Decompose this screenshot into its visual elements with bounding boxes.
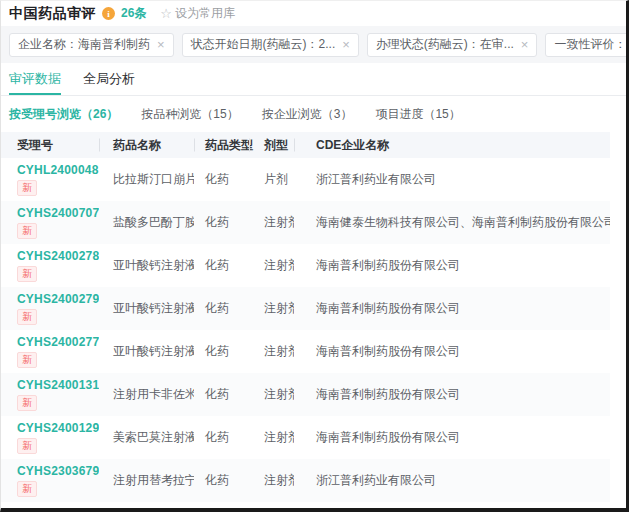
table-row[interactable]: CYHS2400131 新 注射用卡非佐米 化药 注射剂 海南普利制药股份有限公… bbox=[1, 373, 610, 416]
company-cell: 海南普利制药股份有限公司 bbox=[294, 300, 610, 317]
star-icon: ☆ bbox=[160, 7, 172, 20]
dosage-form-cell: 注射剂 bbox=[249, 429, 294, 446]
acceptance-no-link[interactable]: CYHS2400131 bbox=[17, 378, 99, 392]
acceptance-no-link[interactable]: CYHS2303679 bbox=[17, 464, 99, 478]
page-title: 中国药品审评 bbox=[9, 5, 96, 23]
acceptance-no-cell: CYHS2400277 新 bbox=[1, 335, 99, 368]
acceptance-no-link[interactable]: CYHS2400129 bbox=[17, 421, 99, 435]
filter-chip-label: 状态开始日期(药融云)：2... bbox=[191, 36, 336, 53]
new-badge: 新 bbox=[17, 481, 37, 497]
company-cell: 海南普利制药股份有限公司 bbox=[294, 343, 610, 360]
company-cell: 浙江普利药业有限公司 bbox=[294, 472, 610, 489]
sub-tabs: 按受理号浏览（26） 按品种浏览（15） 按企业浏览（3） 项目进度（15） bbox=[1, 96, 626, 132]
acceptance-no-cell: CYHL2400048 新 bbox=[1, 163, 99, 196]
drug-type-cell: 化药 bbox=[194, 386, 249, 403]
dosage-form-cell: 注射剂 bbox=[249, 214, 294, 231]
company-cell: 海南普利制药股份有限公司 bbox=[294, 386, 610, 403]
acceptance-no-link[interactable]: CYHS2400707 bbox=[17, 206, 99, 220]
table-row[interactable]: CYHS2400277 新 亚叶酸钙注射液 化药 注射剂 海南普利制药股份有限公… bbox=[1, 330, 610, 373]
table-row[interactable]: CYHS2400129 新 美索巴莫注射液 化药 注射剂 海南普利制药股份有限公… bbox=[1, 416, 610, 459]
company-cell: 海南普利制药股份有限公司 bbox=[294, 429, 610, 446]
table-row[interactable]: CYHS2303679 新 注射用替考拉宁 化药 注射剂 浙江普利药业有限公司 bbox=[1, 459, 610, 502]
drug-type-cell: 化药 bbox=[194, 257, 249, 274]
table-row[interactable]: CYHS2400278 新 亚叶酸钙注射液 化药 注射剂 海南普利制药股份有限公… bbox=[1, 244, 610, 287]
acceptance-no-cell: CYHS2400707 新 bbox=[1, 206, 99, 239]
drug-name-cell: 注射用卡非佐米 bbox=[99, 386, 194, 403]
close-icon[interactable]: × bbox=[157, 38, 165, 51]
dosage-form-cell: 注射剂 bbox=[249, 472, 294, 489]
acceptance-no-cell: CYHS2303679 新 bbox=[1, 464, 99, 497]
drug-name-cell: 注射用替考拉宁 bbox=[99, 472, 194, 489]
close-icon[interactable]: × bbox=[342, 38, 350, 51]
main-tabs: 审评数据 全局分析 bbox=[1, 63, 626, 96]
result-count-badge: 26条 bbox=[121, 5, 146, 22]
table-body: CYHL2400048 新 比拉斯汀口崩片 化药 片剂 浙江普利药业有限公司 C… bbox=[1, 158, 610, 502]
drug-type-cell: 化药 bbox=[194, 171, 249, 188]
filter-chip-label: 企业名称：海南普利制药 bbox=[18, 36, 150, 53]
tab-review-data[interactable]: 审评数据 bbox=[9, 63, 61, 95]
filter-chip-label: 办理状态(药融云)：在审... bbox=[376, 36, 514, 53]
acceptance-no-cell: CYHS2400131 新 bbox=[1, 378, 99, 411]
results-table: 受理号 药品名称 药品类型 剂型 CDE企业名称 CYHL2400048 新 比… bbox=[1, 132, 610, 502]
column-header-acceptance-no: 受理号 bbox=[1, 137, 99, 154]
table-row[interactable]: CYHS2400707 新 盐酸多巴酚丁胺注... 化药 注射剂 海南健泰生物科… bbox=[1, 201, 610, 244]
column-header-cde-company: CDE企业名称 bbox=[294, 137, 610, 154]
column-header-dosage-form: 剂型 bbox=[249, 137, 294, 154]
acceptance-no-cell: CYHS2400279 新 bbox=[1, 292, 99, 325]
acceptance-no-link[interactable]: CYHS2400279 bbox=[17, 292, 99, 306]
company-cell: 浙江普利药业有限公司 bbox=[294, 171, 610, 188]
subtab-by-company[interactable]: 按企业浏览（3） bbox=[262, 106, 353, 123]
dosage-form-cell: 片剂 bbox=[249, 171, 294, 188]
close-icon[interactable]: × bbox=[521, 38, 529, 51]
new-badge: 新 bbox=[17, 352, 37, 368]
set-favorite-label: 设为常用库 bbox=[175, 5, 235, 22]
filter-chip-consistency[interactable]: 一致性评价：新注册分类... × bbox=[545, 33, 629, 57]
new-badge: 新 bbox=[17, 180, 37, 196]
dosage-form-cell: 注射剂 bbox=[249, 386, 294, 403]
filter-chip-company[interactable]: 企业名称：海南普利制药 × bbox=[9, 33, 174, 57]
filter-chip-status[interactable]: 办理状态(药融云)：在审... × bbox=[367, 33, 538, 57]
new-badge: 新 bbox=[17, 438, 37, 454]
table-row[interactable]: CYHS2400279 新 亚叶酸钙注射液 化药 注射剂 海南普利制药股份有限公… bbox=[1, 287, 610, 330]
filter-chip-start-date[interactable]: 状态开始日期(药融云)：2... × bbox=[182, 33, 359, 57]
subtab-by-variety[interactable]: 按品种浏览（15） bbox=[141, 106, 238, 123]
dosage-form-cell: 注射剂 bbox=[249, 300, 294, 317]
drug-type-cell: 化药 bbox=[194, 429, 249, 446]
tab-global-analysis[interactable]: 全局分析 bbox=[83, 63, 135, 95]
acceptance-no-link[interactable]: CYHS2400277 bbox=[17, 335, 99, 349]
drug-name-cell: 亚叶酸钙注射液 bbox=[99, 343, 194, 360]
table-row[interactable]: CYHL2400048 新 比拉斯汀口崩片 化药 片剂 浙江普利药业有限公司 bbox=[1, 158, 610, 201]
subtab-by-acceptance-no[interactable]: 按受理号浏览（26） bbox=[9, 106, 118, 123]
new-badge: 新 bbox=[17, 395, 37, 411]
drug-name-cell: 亚叶酸钙注射液 bbox=[99, 257, 194, 274]
drug-name-cell: 比拉斯汀口崩片 bbox=[99, 171, 194, 188]
title-bar: 中国药品审评 i 26条 ☆ 设为常用库 bbox=[1, 1, 626, 26]
info-icon[interactable]: i bbox=[102, 7, 115, 20]
acceptance-no-cell: CYHS2400129 新 bbox=[1, 421, 99, 454]
drug-type-cell: 化药 bbox=[194, 343, 249, 360]
app-window: 中国药品审评 i 26条 ☆ 设为常用库 企业名称：海南普利制药 × 状态开始日… bbox=[0, 0, 629, 512]
table-header-row: 受理号 药品名称 药品类型 剂型 CDE企业名称 bbox=[1, 132, 610, 158]
company-cell: 海南普利制药股份有限公司 bbox=[294, 257, 610, 274]
column-header-drug-name: 药品名称 bbox=[99, 137, 194, 154]
new-badge: 新 bbox=[17, 223, 37, 239]
company-cell: 海南健泰生物科技有限公司、海南普利制药股份有限公司 bbox=[294, 214, 610, 231]
drug-name-cell: 盐酸多巴酚丁胺注... bbox=[99, 214, 194, 231]
acceptance-no-link[interactable]: CYHL2400048 bbox=[17, 163, 99, 177]
acceptance-no-link[interactable]: CYHS2400278 bbox=[17, 249, 99, 263]
dosage-form-cell: 注射剂 bbox=[249, 343, 294, 360]
drug-type-cell: 化药 bbox=[194, 214, 249, 231]
acceptance-no-cell: CYHS2400278 新 bbox=[1, 249, 99, 282]
dosage-form-cell: 注射剂 bbox=[249, 257, 294, 274]
filter-bar: 企业名称：海南普利制药 × 状态开始日期(药融云)：2... × 办理状态(药融… bbox=[1, 26, 626, 63]
subtab-project-progress[interactable]: 项目进度（15） bbox=[375, 106, 460, 123]
drug-type-cell: 化药 bbox=[194, 472, 249, 489]
drug-name-cell: 亚叶酸钙注射液 bbox=[99, 300, 194, 317]
new-badge: 新 bbox=[17, 309, 37, 325]
new-badge: 新 bbox=[17, 266, 37, 282]
drug-name-cell: 美索巴莫注射液 bbox=[99, 429, 194, 446]
drug-type-cell: 化药 bbox=[194, 300, 249, 317]
set-favorite-button[interactable]: ☆ 设为常用库 bbox=[160, 5, 235, 22]
column-header-drug-type: 药品类型 bbox=[194, 137, 249, 154]
filter-chip-label: 一致性评价：新注册分类... bbox=[554, 36, 629, 53]
